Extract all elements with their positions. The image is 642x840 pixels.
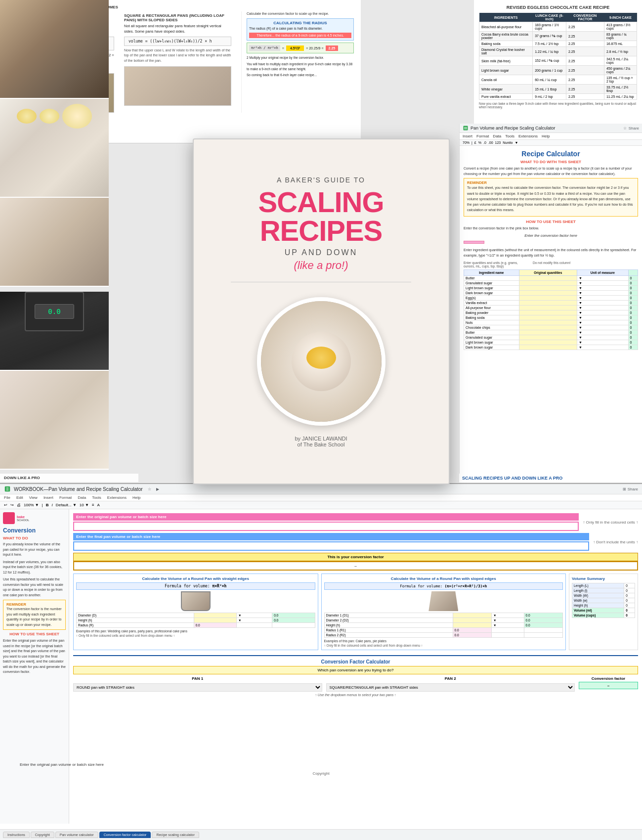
- undo-icon[interactable]: ↩: [4, 503, 7, 507]
- ing-qty[interactable]: [519, 335, 577, 340]
- menu-insert[interactable]: Insert: [463, 134, 472, 138]
- ing-unit[interactable]: ▼: [577, 295, 628, 300]
- ing-qty[interactable]: [519, 340, 577, 345]
- final-volume-input[interactable]: [73, 541, 589, 551]
- unit-col[interactable]: ▼: [491, 613, 524, 618]
- toolbar-arrow[interactable]: ▼: [514, 141, 518, 144]
- ing-unit[interactable]: ▼: [577, 315, 628, 320]
- tab-conversion-factor[interactable]: Conversion factor calculator: [99, 832, 151, 838]
- menu-format[interactable]: Format: [59, 495, 72, 500]
- input-col[interactable]: [453, 618, 491, 623]
- ing-unit[interactable]: ▼: [577, 345, 628, 350]
- ing-qty[interactable]: [519, 310, 577, 315]
- col-ingredients: INGREDIENTS: [479, 13, 533, 22]
- input-col[interactable]: [453, 613, 491, 618]
- ing-qty[interactable]: [519, 315, 577, 320]
- what-to-do-sidebar: WHAT TO DO: [3, 536, 66, 540]
- zoom-control[interactable]: 100% ▼: [24, 503, 39, 507]
- ing-unit[interactable]: ▼: [577, 275, 628, 280]
- ing-qty[interactable]: [519, 285, 577, 290]
- ing-qty[interactable]: [519, 300, 577, 305]
- spreadsheet-menu[interactable]: Insert Format Data Tools Extensions Help: [460, 133, 642, 140]
- menu-extensions[interactable]: Extensions: [107, 495, 127, 500]
- align-left-icon[interactable]: ≡: [92, 503, 94, 507]
- ing-unit[interactable]: ▼: [577, 290, 628, 295]
- input-col[interactable]: [194, 618, 236, 623]
- ing-unit[interactable]: ▼: [577, 280, 628, 285]
- pan1-select[interactable]: ROUND pan with STRAIGHT sides SQUARE/REC…: [73, 683, 322, 692]
- menu-help[interactable]: Help: [542, 134, 550, 138]
- ing-unit[interactable]: ▼: [577, 340, 628, 345]
- menu-edit[interactable]: Edit: [16, 495, 23, 500]
- decimal-icon[interactable]: .0: [483, 141, 486, 144]
- ing-qty[interactable]: [519, 275, 577, 280]
- ing-unit[interactable]: ▼: [577, 320, 628, 325]
- calc-radius-text: The radius (R) of a cake pan is half its…: [249, 26, 351, 32]
- menu-format[interactable]: Format: [476, 134, 489, 138]
- italic-btn[interactable]: I: [51, 503, 52, 507]
- doc-star-icon[interactable]: ☆: [148, 487, 151, 491]
- font-123[interactable]: 123: [495, 141, 501, 144]
- print-icon[interactable]: 🖨: [17, 503, 21, 507]
- ing-qty[interactable]: [519, 280, 577, 285]
- table-row: Bleached all-purpose flour 183 grams / 1…: [479, 22, 637, 32]
- unit-col[interactable]: ▼: [491, 618, 524, 623]
- unit-col[interactable]: ▼: [236, 613, 272, 618]
- menu-insert[interactable]: Insert: [43, 495, 53, 500]
- font-size-ctrl[interactable]: 10 ▼: [80, 503, 89, 507]
- how-to-use-title: HOW TO USE THIS SHEET: [464, 218, 638, 225]
- ing-qty[interactable]: [519, 290, 577, 295]
- menu-tools[interactable]: Tools: [505, 134, 514, 138]
- share-button[interactable]: Share: [629, 126, 639, 131]
- menu-file[interactable]: File: [4, 495, 10, 500]
- ing-unit[interactable]: ▼: [577, 300, 628, 305]
- pan2-select[interactable]: SQUARE/RECTANGULAR pan with STRAIGHT sid…: [326, 683, 575, 692]
- pan-calc-section: Calculate the Volume of a Round Pan with…: [73, 574, 638, 650]
- example-pans-note: Examples of this pan: Wedding cake pans,…: [76, 629, 315, 633]
- menu-data[interactable]: Data: [493, 134, 501, 138]
- ing-qty[interactable]: [519, 320, 577, 325]
- bottom-gs-menu[interactable]: File Edit View Insert Format Data Tools …: [0, 494, 642, 501]
- tab-instructions[interactable]: Instructions: [3, 832, 30, 838]
- menu-tools[interactable]: Tools: [92, 495, 101, 500]
- menu-view[interactable]: View: [29, 495, 38, 500]
- menu-help[interactable]: Help: [132, 495, 140, 500]
- fill-color-icon[interactable]: A: [97, 503, 100, 507]
- ing-qty[interactable]: [519, 345, 577, 350]
- currency-icon[interactable]: £: [474, 141, 476, 144]
- unit-col[interactable]: ▼: [491, 623, 524, 628]
- input-col[interactable]: [194, 613, 236, 618]
- ing-qty[interactable]: [519, 325, 577, 330]
- redo-icon[interactable]: ↪: [10, 503, 14, 507]
- ing-unit[interactable]: ▼: [577, 330, 628, 335]
- tab-pan-volume[interactable]: Pan volume calculator: [55, 832, 98, 838]
- factor-amount: 2.25: [566, 41, 604, 47]
- tab-recipe-scaling[interactable]: Recipe scaling calculator: [152, 832, 199, 838]
- ing-unit[interactable]: ▼: [577, 335, 628, 340]
- ing-unit[interactable]: ▼: [577, 285, 628, 290]
- unit-col[interactable]: ▼: [236, 618, 272, 623]
- decimal2-icon[interactable]: .00: [488, 141, 493, 144]
- share-doc-button[interactable]: ⊞ Share: [623, 487, 638, 491]
- ing-qty[interactable]: [519, 305, 577, 310]
- menu-data[interactable]: Data: [78, 495, 86, 500]
- ing-unit[interactable]: ▼: [577, 305, 628, 310]
- ing-unit[interactable]: ▼: [577, 325, 628, 330]
- bold-btn[interactable]: B: [46, 503, 49, 507]
- font-family[interactable]: Default... ▼: [56, 503, 77, 507]
- input-col[interactable]: [453, 623, 491, 628]
- menu-extensions[interactable]: Extensions: [518, 134, 538, 138]
- star-icon[interactable]: ☆: [623, 126, 627, 131]
- percent-icon[interactable]: %: [478, 141, 481, 144]
- zoom-level[interactable]: 70%: [463, 141, 470, 144]
- ing-qty[interactable]: [519, 295, 577, 300]
- round-straight-card: Calculate the Volume of a Round Pan with…: [73, 574, 318, 650]
- conversion-input-cell[interactable]: [464, 241, 484, 244]
- original-volume-input[interactable]: [73, 522, 579, 531]
- font-selector[interactable]: Nunito: [503, 141, 513, 144]
- ing-qty[interactable]: [519, 330, 577, 335]
- doc-drive-icon[interactable]: ▶: [156, 487, 159, 491]
- tab-copyright[interactable]: Copyright: [31, 832, 54, 838]
- ing-unit[interactable]: ▼: [577, 310, 628, 315]
- step2-text: 2 Multiply your original recipe by the c…: [247, 55, 354, 60]
